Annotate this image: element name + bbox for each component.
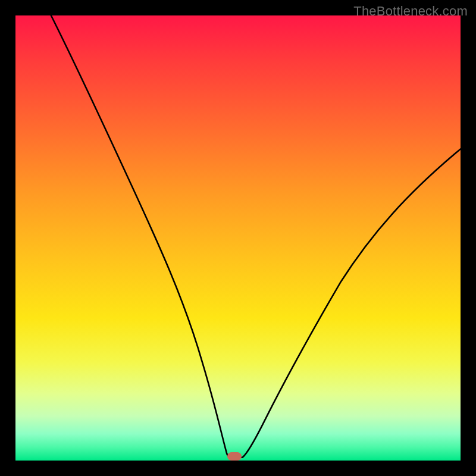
chart-plot-area [15,15,461,461]
curve-path [51,15,461,458]
chart-frame: TheBottleneck.com [0,0,476,476]
bottleneck-curve [15,15,461,461]
optimal-point-marker [227,452,242,461]
watermark-text: TheBottleneck.com [353,4,468,19]
